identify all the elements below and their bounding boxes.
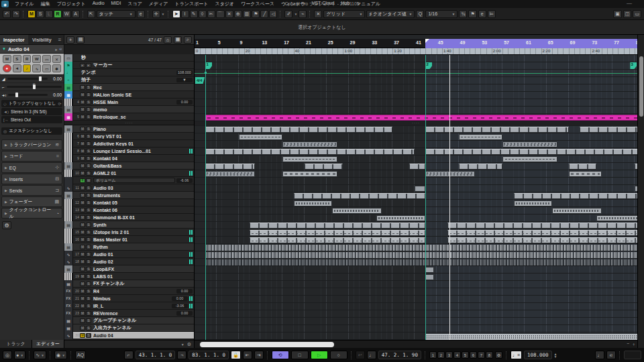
object-selection-tool[interactable]: ➤	[172, 10, 180, 18]
output-routing-field[interactable]: [→ Stereo Out	[1, 116, 62, 123]
pan-slider[interactable]: C	[7, 86, 62, 88]
add-track-button[interactable]: +	[66, 36, 74, 44]
track-solo-button[interactable]: S	[86, 296, 91, 301]
marker-tool[interactable]: ⚑	[252, 10, 260, 18]
event-midi[interactable]	[282, 141, 337, 147]
menu-item-スタジオ[interactable]: スタジオ	[211, 1, 237, 7]
record-mode-icon[interactable]: ◎	[3, 351, 12, 359]
track-row-マーカー[interactable]: ⚑▸▸マーカー	[64, 62, 194, 69]
event-tiny[interactable]	[425, 274, 434, 280]
signature-dropdown[interactable]: ▼	[176, 78, 193, 82]
track-mute-button[interactable]: M	[80, 134, 85, 139]
track-solo-button[interactable]: S	[86, 289, 91, 294]
write-automation-button[interactable]: W	[32, 55, 41, 63]
lane-Piano[interactable]	[195, 126, 637, 133]
automation-parameter-name[interactable]: ボリューム	[93, 178, 175, 183]
event-display-area[interactable]: 159131721252933374145495357616569737781 …	[195, 35, 637, 348]
lane-Audio 02[interactable]	[195, 259, 637, 266]
event-stripes2[interactable]	[205, 259, 637, 265]
lane-拍子[interactable]: 4/4	[195, 77, 637, 84]
play-button[interactable]: ▷	[311, 351, 328, 359]
event-blocks[interactable]	[250, 223, 425, 229]
record-button[interactable]: ○	[330, 351, 347, 359]
snap-toggle-icon[interactable]: ✕	[314, 10, 322, 18]
lane-マーカー[interactable]: 123	[195, 62, 637, 70]
inspector-menu-icon[interactable]: ≡	[56, 35, 64, 44]
track-row-FX チャンネル[interactable]: ▤MSFX チャンネル	[64, 280, 194, 288]
marker-nav-button[interactable]: ▸	[86, 63, 91, 68]
track-row-Bass Master 01[interactable]: 16MSBass Master 01	[64, 236, 194, 243]
use-track-preset-button[interactable]: ▤	[76, 36, 85, 44]
lane-Rythm[interactable]	[195, 244, 637, 251]
track-solo-button[interactable]: S	[86, 208, 91, 213]
track-row-テンポ[interactable]: ♩テンポ108.000	[64, 69, 194, 76]
track-solo-button[interactable]: S	[86, 100, 91, 105]
track-row-Audio 01[interactable]: ∿17MSAudio 01	[64, 251, 194, 258]
track-mute-button[interactable]: M	[80, 230, 85, 235]
marker-jump-button-1[interactable]: 1	[429, 351, 437, 359]
zone-tab-エディター[interactable]: エディター	[32, 340, 64, 348]
track-mute-button[interactable]: M	[80, 289, 85, 294]
lane-REVerence[interactable]	[195, 310, 637, 318]
tempo-node[interactable]	[205, 72, 207, 74]
cycle-region[interactable]	[425, 39, 637, 48]
track-mute-button[interactable]: M	[80, 245, 85, 249]
track-solo-button[interactable]: S	[86, 149, 91, 154]
audio-record-mode-button[interactable]: ∿▼	[34, 351, 46, 359]
solo-button[interactable]: S	[13, 55, 21, 63]
track-mute-button[interactable]: M	[80, 318, 85, 323]
window-zone-button-1[interactable]: ◫	[623, 10, 632, 18]
track-mute-button[interactable]: M	[80, 193, 85, 198]
event-blocks[interactable]	[205, 149, 415, 155]
track-row-Audio 02[interactable]: ∿18MSAudio 02	[64, 258, 194, 265]
track-row-Synth[interactable]: ▤MSSynth	[64, 221, 194, 229]
find-track-button[interactable]: ⌕	[184, 36, 192, 44]
track-row-Rec[interactable]: ▤MSRec	[64, 84, 194, 91]
track-solo-button[interactable]: S	[86, 230, 91, 235]
event-curve[interactable]	[239, 134, 283, 140]
event-blocks[interactable]	[294, 193, 426, 199]
cycle-start-handle[interactable]	[425, 39, 429, 43]
track-row-ボリューム[interactable]: RWボリューム-6.06	[64, 177, 194, 184]
lane-Rec[interactable]	[195, 84, 637, 92]
lane-テンポ[interactable]	[195, 70, 637, 77]
menu-item-マニュアル[interactable]: マニュアル	[353, 1, 384, 7]
inspector-section-Sends[interactable]: ▶Sends⊐	[1, 185, 62, 196]
bar-ruler[interactable]: 159131721252933374145495357616569737781	[195, 39, 637, 48]
lane-入出力チャンネル[interactable]	[195, 325, 637, 333]
volume-slider[interactable]	[7, 78, 48, 80]
event-wave[interactable]	[376, 215, 426, 221]
erase-tool[interactable]: ◊	[199, 10, 207, 18]
marker-jump-button-8[interactable]: 8	[486, 351, 493, 359]
grid-type-dropdown[interactable]: ♯ クオンタイズ値▼	[366, 10, 415, 18]
event-blocks[interactable]	[305, 164, 343, 170]
track-mute-button[interactable]: M	[80, 107, 85, 112]
lane-memo[interactable]	[195, 107, 637, 114]
track-solo-button[interactable]: S	[86, 134, 91, 139]
position-display[interactable]: 47. 2. 1. 90	[378, 351, 421, 359]
nudge-icon[interactable]: ⌁	[299, 10, 307, 18]
lane-divider[interactable]: ····	[195, 121, 637, 126]
event-blocks[interactable]	[459, 164, 503, 170]
marker-flag-1[interactable]: 1	[205, 62, 212, 69]
track-row-入出力チャンネル[interactable]: ▤MS入出力チャンネル	[64, 324, 194, 332]
metronome-click-button[interactable]: ♩	[595, 351, 604, 359]
lane-Guitar&Bass[interactable]	[195, 163, 637, 170]
lane-Ivory VST 01[interactable]	[195, 133, 637, 141]
global-m-button[interactable]: M	[28, 10, 36, 18]
track-solo-button[interactable]: S	[86, 237, 91, 242]
audition-tool[interactable]: ◁	[269, 10, 277, 18]
inspector-section-フェーダー[interactable]: ▶フェーダー▤	[1, 196, 62, 207]
events-icon[interactable]: ▭	[42, 55, 51, 63]
horizontal-scroll-thumb[interactable]	[200, 342, 334, 347]
track-row-Addictive Keys 01[interactable]: 7MSAddictive Keys 01	[64, 140, 194, 147]
track-row-Kontakt 06[interactable]: 13MSKontakt 06	[64, 206, 194, 214]
track-solo-button[interactable]: S	[86, 171, 91, 176]
mute-button[interactable]: M	[3, 55, 11, 63]
event-blocks2[interactable]	[447, 230, 637, 236]
tempo-track-button[interactable]: ♩≡	[511, 351, 522, 359]
inspector-section-クイックコントロール[interactable]: ▶クイックコントロール◔	[1, 208, 62, 219]
track-mute-button[interactable]: M	[80, 186, 85, 190]
track-row-Kontakt 05[interactable]: 12MSKontakt 05	[64, 199, 194, 206]
lane-Instruments[interactable]	[195, 192, 637, 200]
